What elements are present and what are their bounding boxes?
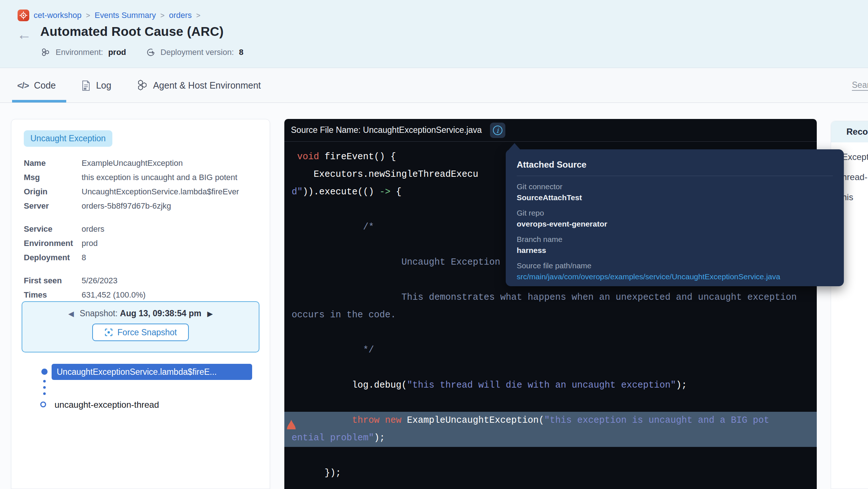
tooltip-source-path-link[interactable]: src/main/java/com/overops/examples/servi… <box>517 271 833 282</box>
detail-value: orders-5b8f97d67b-6zjkg <box>82 201 171 211</box>
back-button[interactable]: ← <box>17 27 31 42</box>
detail-label: Origin <box>24 187 82 197</box>
hexagons-icon <box>137 79 148 92</box>
tooltip-field-value: overops-event-generator <box>517 219 833 229</box>
tooltip-divider <box>517 176 833 176</box>
stack-connector-dots <box>43 380 46 395</box>
tab-log[interactable]: Log <box>81 68 111 102</box>
snapshot-prev-icon[interactable]: ◀ <box>68 309 74 318</box>
detail-row: Msgthis exception is uncaught and a BIG … <box>24 170 258 184</box>
detail-row: Environmentprod <box>24 236 258 250</box>
thread-name[interactable]: uncaught-exception-thread <box>55 400 159 410</box>
code-line <box>284 324 817 341</box>
thread-ring-icon <box>40 402 46 407</box>
info-icon: i <box>493 126 502 135</box>
code-line: This demonstrates what happens when an u… <box>284 289 817 306</box>
attached-source-tooltip: Attached Source Git connectorSourceAttac… <box>506 149 844 286</box>
tooltip-field: Source file path/namesrc/main/java/com/o… <box>517 260 833 282</box>
environment-value: prod <box>108 48 126 57</box>
detail-value: this exception is uncaught and a BIG pot… <box>82 173 237 182</box>
tooltip-field: Branch nameharness <box>517 234 833 256</box>
force-snapshot-button[interactable]: Force Snapshot <box>92 324 189 341</box>
source-file-name: Source File Name: UncaughtExceptionServi… <box>291 125 482 135</box>
page-header: cet-workshop>Events Summary>orders> ← Au… <box>0 0 868 68</box>
header-meta: Environment: prod Deployment version: 8 <box>41 48 243 57</box>
detail-row: Deployment8 <box>24 250 258 265</box>
tab-label: Log <box>96 80 111 91</box>
breadcrumb-item[interactable]: Events Summary <box>95 11 156 20</box>
search-field-wrap <box>852 80 868 91</box>
breadcrumb: cet-workshop>Events Summary>orders> <box>18 10 201 21</box>
event-type-badge: Uncaught Exception <box>24 130 112 147</box>
deployment-label: Deployment version: <box>161 48 234 57</box>
event-details: NameExampleUncaughtExceptionMsgthis exce… <box>24 156 258 311</box>
detail-label: Name <box>24 158 82 168</box>
active-tab-underline <box>12 100 66 102</box>
detail-row: NameExampleUncaughtException <box>24 156 258 170</box>
tab-label: Code <box>34 80 56 91</box>
snapshot-next-icon[interactable]: ▶ <box>207 309 213 318</box>
snapshot-timestamp: Aug 13, 09:38:54 pm <box>120 309 201 318</box>
detail-label: Server <box>24 201 82 211</box>
detail-value: ExampleUncaughtException <box>82 158 183 168</box>
tooltip-field: Git repooverops-event-generator <box>517 208 833 229</box>
tabs: </>CodeLogAgent & Host Environment <box>17 68 261 102</box>
code-line: */ <box>284 341 817 359</box>
environment-label: Environment: <box>56 48 103 57</box>
tab-agent-host-environment[interactable]: Agent & Host Environment <box>137 68 261 102</box>
app-logo-target-icon <box>18 10 29 21</box>
tooltip-title: Attached Source <box>517 160 833 170</box>
detail-label: First seen <box>24 276 82 285</box>
tooltip-field-value: SourceAttachTest <box>517 192 833 203</box>
force-snapshot-icon <box>104 328 113 337</box>
force-snapshot-label: Force Snapshot <box>117 328 177 337</box>
tooltip-field-label: Source file path/name <box>517 260 833 271</box>
code-icon: </> <box>17 80 29 91</box>
breadcrumb-item[interactable]: cet-workshop <box>34 11 82 20</box>
detail-value: 8 <box>82 253 86 262</box>
code-line: occurs in the code. <box>284 306 817 324</box>
stack-frame-selected[interactable]: UncaughtExceptionService.lambda$fireE... <box>52 364 252 380</box>
detail-value: UncaughtExceptionService.lambda$fireEver <box>82 187 239 197</box>
log-icon <box>81 80 91 91</box>
event-detail-card: Uncaught Exception NameExampleUncaughtEx… <box>11 119 270 489</box>
tooltip-field: Git connectorSourceAttachTest <box>517 181 833 203</box>
detail-row: Serviceorders <box>24 222 258 236</box>
tab-label: Agent & Host Environment <box>153 80 261 91</box>
snapshot-label: Snapshot: <box>80 309 118 318</box>
breadcrumb-separator: > <box>86 11 90 20</box>
code-line: log.debug("this thread will die with an … <box>284 377 817 394</box>
tooltip-field-label: Git repo <box>517 208 833 219</box>
side-panel-header: Recor <box>831 121 868 142</box>
code-line-highlighted: ential problem"); <box>284 429 817 447</box>
breadcrumb-item[interactable]: orders <box>169 11 192 20</box>
tab-code[interactable]: </>Code <box>17 68 56 102</box>
tooltip-field-label: Git connector <box>517 181 833 192</box>
tooltip-field-value: harness <box>517 245 833 256</box>
detail-value: prod <box>82 239 98 248</box>
code-line: }); <box>284 464 817 482</box>
breadcrumb-separator: > <box>160 11 165 20</box>
detail-row: Serverorders-5b8f97d67b-6zjkg <box>24 199 258 213</box>
detail-label: Times <box>24 290 82 300</box>
stack-frame-bullet-icon <box>41 369 48 375</box>
detail-label: Deployment <box>24 253 82 262</box>
code-panel-header: Source File Name: UncaughtExceptionServi… <box>284 119 817 142</box>
snapshot-box: ◀ Snapshot: Aug 13, 09:38:54 pm ▶ Force … <box>22 301 259 352</box>
code-line-highlighted: throw new ExampleUncaughtException("this… <box>284 412 817 429</box>
page-title: Automated Root Cause (ARC) <box>40 24 224 39</box>
tab-bar: </>CodeLogAgent & Host Environment <box>0 68 868 103</box>
breadcrumb-separator: > <box>196 11 201 20</box>
environment-hexagons-icon <box>41 48 50 57</box>
code-line <box>284 359 817 377</box>
attached-source-info-button[interactable]: i <box>490 123 505 138</box>
detail-label: Service <box>24 224 82 234</box>
detail-row: OriginUncaughtExceptionService.lambda$fi… <box>24 184 258 199</box>
deployment-circle-arrow-icon <box>146 48 156 57</box>
search-input[interactable] <box>852 80 868 90</box>
detail-label: Msg <box>24 173 82 182</box>
tooltip-fields: Git connectorSourceAttachTestGit repoove… <box>517 181 833 282</box>
tooltip-field-label: Branch name <box>517 234 833 245</box>
detail-label: Environment <box>24 239 82 248</box>
detail-row: First seen5/26/2023 <box>24 273 258 288</box>
